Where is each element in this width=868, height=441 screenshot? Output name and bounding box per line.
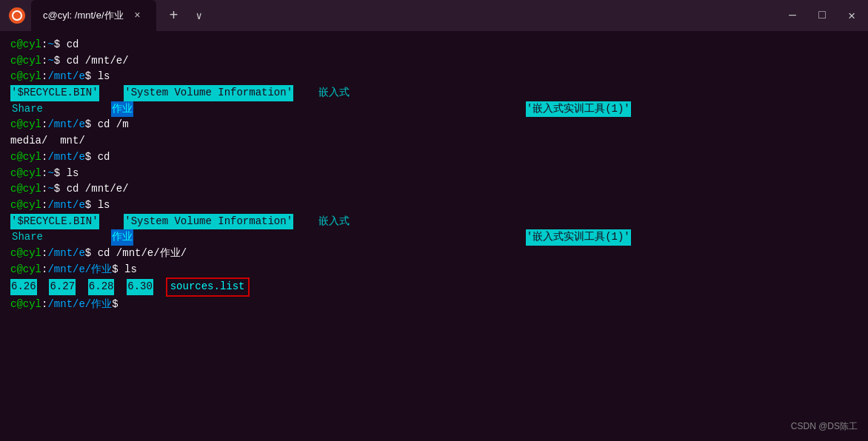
terminal-line: c@cyl:/mnt/e/作业$ ls xyxy=(10,262,858,278)
new-tab-button[interactable]: + xyxy=(162,0,186,31)
terminal-line: 6.26 6.27 6.28 6.30 sources.list xyxy=(10,277,858,297)
terminal-line: '$RECYCLE.BIN' 'System Volume Informatio… xyxy=(10,214,858,230)
tab-title: c@cyl: /mnt/e/作业 xyxy=(43,9,124,22)
terminal-line: c@cyl:~$ ls xyxy=(10,166,858,182)
terminal-line: c@cyl:/mnt/e$ ls xyxy=(10,69,858,85)
terminal-line: c@cyl:/mnt/e$ cd /mnt/e/作业/ xyxy=(10,246,858,262)
ubuntu-icon xyxy=(9,7,25,24)
watermark: CSDN @DS陈工 xyxy=(791,420,858,434)
terminal-window: c@cyl: /mnt/e/作业 × + ∨ — □ ✕ c@cyl:~$ cd… xyxy=(0,0,868,441)
maximize-button[interactable]: □ xyxy=(815,8,829,23)
terminal-line: media/ mnt/ xyxy=(10,133,858,149)
titlebar: c@cyl: /mnt/e/作业 × + ∨ — □ ✕ xyxy=(0,0,868,31)
terminal-body[interactable]: c@cyl:~$ cd c@cyl:~$ cd /mnt/e/ c@cyl:/m… xyxy=(0,31,868,441)
active-tab[interactable]: c@cyl: /mnt/e/作业 × xyxy=(31,0,156,31)
titlebar-left: c@cyl: /mnt/e/作业 × + ∨ xyxy=(9,0,207,31)
terminal-line: Share 作业 '嵌入式实训工具(1)' xyxy=(10,229,858,246)
prompt-user: c@cyl xyxy=(10,37,41,53)
terminal-line: c@cyl:~$ cd /mnt/e/ xyxy=(10,181,858,198)
tab-dropdown-button[interactable]: ∨ xyxy=(192,0,207,31)
terminal-line: c@cyl:/mnt/e$ cd /m xyxy=(10,117,858,133)
terminal-line: c@cyl:~$ cd xyxy=(10,37,858,53)
terminal-line: c@cyl:/mnt/e$ cd xyxy=(10,149,858,166)
terminal-line: c@cyl:/mnt/e/作业$ xyxy=(10,297,858,313)
prompt-path: ~ xyxy=(47,37,53,53)
terminal-line: Share 作业 '嵌入式实训工具(1)' xyxy=(10,101,858,118)
command-text: cd xyxy=(67,37,79,53)
window-controls: — □ ✕ xyxy=(785,8,859,23)
minimize-button[interactable]: — xyxy=(785,8,800,23)
terminal-line: c@cyl:/mnt/e$ ls xyxy=(10,198,858,214)
tab-close-button[interactable]: × xyxy=(131,9,144,22)
close-button[interactable]: ✕ xyxy=(844,8,859,23)
terminal-line: '$RECYCLE.BIN' 'System Volume Informatio… xyxy=(10,85,858,101)
terminal-line: c@cyl:~$ cd /mnt/e/ xyxy=(10,53,858,70)
